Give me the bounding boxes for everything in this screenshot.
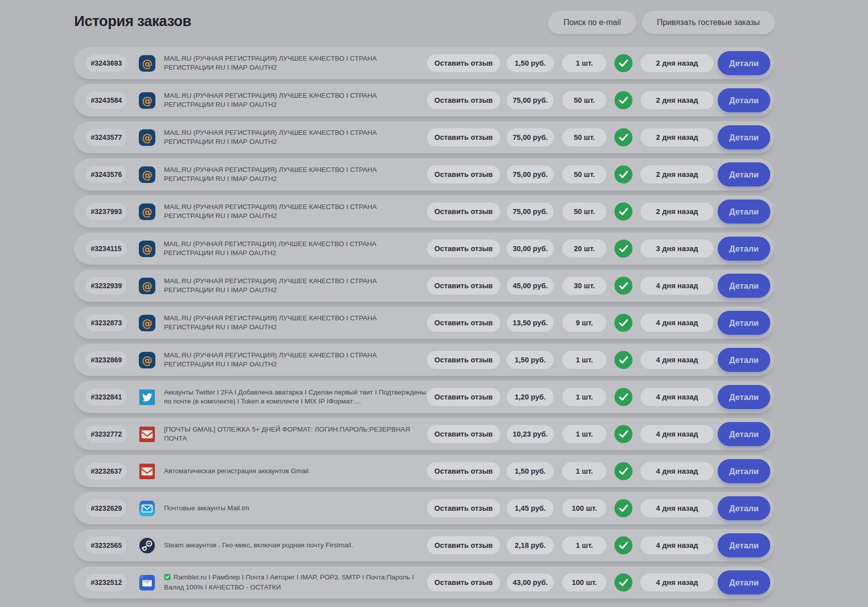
order-age: 4 дня назад	[640, 536, 714, 554]
order-row: #3243693 @ MAIL.RU (РУЧНАЯ РЕГИСТРАЦИЯ) …	[74, 47, 774, 79]
leave-review-button[interactable]: Оставить отзыв	[427, 54, 500, 72]
order-id: #3232565	[91, 541, 122, 549]
order-description: MAIL.RU (РУЧНАЯ РЕГИСТРАЦИЯ) ЛУЧШЕЕ КАЧЕ…	[164, 351, 427, 369]
order-id-badge: #3232629	[86, 500, 127, 517]
steam-icon	[138, 537, 156, 554]
order-quantity: 1 шт.	[562, 388, 606, 406]
order-id-badge: #3232841	[86, 388, 127, 406]
status-check-icon	[614, 91, 632, 109]
order-description: MAIL.RU (РУЧНАЯ РЕГИСТРАЦИЯ) ЛУЧШЕЕ КАЧЕ…	[164, 203, 427, 221]
order-quantity: 50 шт.	[562, 165, 606, 183]
details-button[interactable]: Детали	[718, 570, 770, 594]
leave-review-button[interactable]: Оставить отзыв	[427, 165, 500, 183]
details-button[interactable]: Детали	[718, 459, 770, 483]
order-description-text: Автоматическая регистрация аккаунтов Gma…	[164, 467, 308, 475]
leave-review-button[interactable]: Оставить отзыв	[427, 128, 500, 146]
order-age: 3 дня назад	[640, 240, 714, 258]
status-check-icon	[614, 54, 632, 72]
leave-review-button[interactable]: Оставить отзыв	[427, 240, 500, 258]
order-age: 4 дня назад	[640, 351, 714, 369]
details-button[interactable]: Детали	[718, 125, 770, 149]
green-check-icon	[164, 573, 171, 583]
leave-review-button[interactable]: Оставить отзыв	[427, 351, 500, 369]
order-price: 1,50 руб.	[507, 54, 554, 72]
details-button[interactable]: Детали	[718, 237, 770, 261]
order-description: MAIL.RU (РУЧНАЯ РЕГИСТРАЦИЯ) ЛУЧШЕЕ КАЧЕ…	[164, 54, 427, 72]
mailru-at-icon: @	[138, 277, 156, 295]
leave-review-button[interactable]: Оставить отзыв	[427, 573, 500, 591]
order-row-meta: Оставить отзыв 75,00 руб. 50 шт. 2 дня н…	[427, 162, 770, 186]
order-description: MAIL.RU (РУЧНАЯ РЕГИСТРАЦИЯ) ЛУЧШЕЕ КАЧЕ…	[164, 91, 427, 109]
details-button[interactable]: Детали	[718, 51, 770, 75]
order-quantity: 9 шт.	[562, 314, 606, 332]
status-check-icon	[614, 165, 632, 183]
link-guest-orders-button[interactable]: Привязать гостевые заказы	[642, 11, 775, 34]
order-price: 1,50 руб.	[507, 351, 554, 369]
status-check-icon	[614, 240, 632, 258]
details-button[interactable]: Детали	[718, 422, 770, 446]
order-id-badge: #3234115	[86, 240, 127, 257]
order-id: #3237993	[91, 208, 122, 216]
order-price: 1,20 руб.	[507, 388, 554, 406]
leave-review-button[interactable]: Оставить отзыв	[427, 536, 500, 554]
details-button[interactable]: Детали	[718, 199, 770, 224]
mailtm-envelope-icon	[138, 500, 156, 517]
order-price: 1,50 руб.	[507, 462, 554, 480]
order-quantity: 1 шт.	[562, 351, 606, 369]
order-row: #3232772 [ПОЧТЫ GMAIL] ОТЛЕЖКА 5+ ДНЕЙ Ф…	[74, 418, 774, 450]
leave-review-button[interactable]: Оставить отзыв	[427, 203, 500, 221]
leave-review-button[interactable]: Оставить отзыв	[427, 425, 500, 443]
header-actions: Поиск по e-mail Привязать гостевые заказ…	[548, 11, 775, 34]
order-quantity: 1 шт.	[562, 54, 606, 72]
order-price: 13,50 руб.	[507, 314, 554, 332]
order-age: 2 дня назад	[640, 128, 714, 146]
details-button[interactable]: Детали	[718, 533, 770, 557]
details-button[interactable]: Детали	[718, 162, 770, 186]
order-id-badge: #3243576	[86, 166, 127, 183]
leave-review-button[interactable]: Оставить отзыв	[427, 462, 500, 480]
details-button[interactable]: Детали	[718, 348, 770, 372]
mailru-at-icon: @	[138, 351, 156, 369]
leave-review-button[interactable]: Оставить отзыв	[427, 499, 500, 517]
order-description: MAIL.RU (РУЧНАЯ РЕГИСТРАЦИЯ) ЛУЧШЕЕ КАЧЕ…	[164, 277, 427, 295]
order-description: MAIL.RU (РУЧНАЯ РЕГИСТРАЦИЯ) ЛУЧШЕЕ КАЧЕ…	[164, 128, 427, 146]
order-row-meta: Оставить отзыв 75,00 руб. 50 шт. 2 дня н…	[427, 125, 770, 149]
order-row: #3243584 @ MAIL.RU (РУЧНАЯ РЕГИСТРАЦИЯ) …	[74, 84, 774, 116]
details-button[interactable]: Детали	[718, 385, 770, 409]
details-button[interactable]: Детали	[718, 496, 770, 520]
leave-review-button[interactable]: Оставить отзыв	[427, 314, 500, 332]
order-price: 1,45 руб.	[507, 499, 554, 517]
order-description-text: MAIL.RU (РУЧНАЯ РЕГИСТРАЦИЯ) ЛУЧШЕЕ КАЧЕ…	[164, 166, 377, 182]
order-description: Steam аккаунтов . Гео-микс, включая родн…	[164, 541, 427, 550]
order-row: #3237993 @ MAIL.RU (РУЧНАЯ РЕГИСТРАЦИЯ) …	[74, 195, 774, 228]
order-row-meta: Оставить отзыв 13,50 руб. 9 шт. 4 дня на…	[427, 311, 770, 335]
details-button[interactable]: Детали	[718, 88, 770, 112]
leave-review-button[interactable]: Оставить отзыв	[427, 277, 500, 295]
order-row-meta: Оставить отзыв 1,50 руб. 1 шт. 4 дня наз…	[427, 459, 770, 483]
order-description: Аккаунты Twitter I 2FA I Добавлена авата…	[164, 388, 427, 406]
order-id: #3232841	[91, 393, 122, 401]
details-button[interactable]: Детали	[718, 311, 770, 335]
order-history-page: История заказов Поиск по e-mail Привязат…	[0, 0, 868, 607]
order-row: #3243576 @ MAIL.RU (РУЧНАЯ РЕГИСТРАЦИЯ) …	[74, 158, 774, 190]
order-id: #3243576	[91, 170, 122, 178]
status-check-icon	[614, 128, 632, 146]
order-quantity: 1 шт.	[562, 536, 606, 554]
page-title: История заказов	[74, 13, 191, 30]
order-price: 75,00 руб.	[507, 128, 554, 146]
order-description-text: MAIL.RU (РУЧНАЯ РЕГИСТРАЦИЯ) ЛУЧШЕЕ КАЧЕ…	[164, 351, 377, 368]
order-description-text: [ПОЧТЫ GMAIL] ОТЛЕЖКА 5+ ДНЕЙ ФОРМАТ: ЛО…	[164, 426, 410, 442]
svg-text:@: @	[142, 354, 152, 366]
order-row-meta: Оставить отзыв 2,18 руб. 1 шт. 4 дня наз…	[427, 533, 770, 557]
order-age: 4 дня назад	[640, 573, 714, 591]
search-by-email-button[interactable]: Поиск по e-mail	[548, 11, 635, 34]
order-row: #3232512 Rambler.ru I Рамблер I Почта I …	[74, 566, 774, 598]
order-quantity: 50 шт.	[562, 91, 606, 109]
details-button[interactable]: Детали	[718, 274, 770, 298]
status-check-icon	[614, 573, 632, 591]
leave-review-button[interactable]: Оставить отзыв	[427, 388, 500, 406]
order-row: #3232637 Автоматическая регистрация акка…	[74, 455, 774, 487]
order-price: 43,00 руб.	[507, 573, 554, 591]
order-row-meta: Оставить отзыв 45,00 руб. 30 шт. 4 дня н…	[427, 274, 770, 298]
leave-review-button[interactable]: Оставить отзыв	[427, 91, 500, 109]
